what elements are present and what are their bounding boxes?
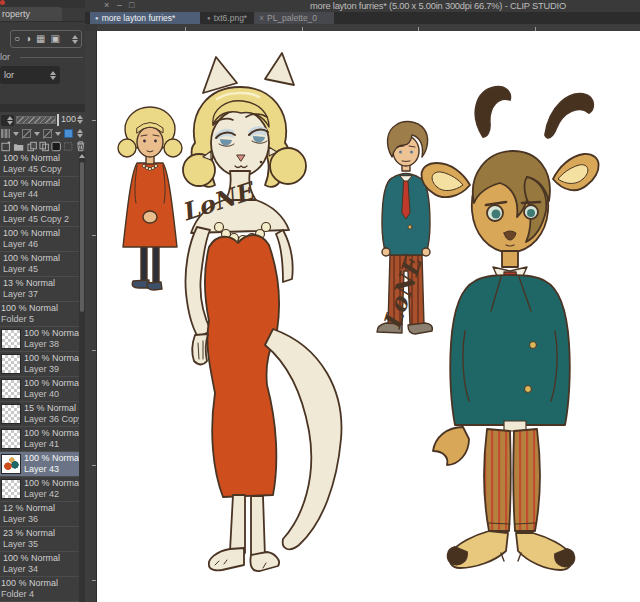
stepper-up-icon[interactable] — [7, 116, 13, 120]
drawing-canvas[interactable]: LoNE — [97, 31, 640, 602]
layer-row[interactable]: 100 % NormalLayer 45 Copy — [0, 152, 85, 177]
layer-thumbnail[interactable] — [1, 479, 21, 499]
circle-icon[interactable]: ○ — [14, 31, 20, 47]
woman-reference-figure — [118, 107, 182, 290]
layer-thumbnail[interactable] — [1, 379, 21, 399]
layer-row[interactable]: 12 % NormalLayer 36 — [0, 502, 85, 527]
layer-opacity-blend: 100 % Normal — [3, 553, 60, 564]
layer-name: Layer 36 — [3, 514, 55, 525]
maximize-icon[interactable]: □ — [129, 0, 134, 11]
layer-row[interactable]: 100 % NormalLayer 45 Copy 2 — [0, 202, 85, 227]
dropdown-stepper[interactable] — [50, 71, 56, 80]
layer-row[interactable]: 100 % NormalFolder 5 — [0, 302, 85, 327]
layer-thumbnail[interactable] — [1, 429, 21, 449]
opacity-slider-handle[interactable] — [57, 114, 59, 126]
merge-layer-icon[interactable] — [63, 141, 73, 152]
layer-row[interactable]: 100 % NormalLayer 41 — [0, 427, 85, 452]
layer-color-icon[interactable] — [64, 129, 73, 138]
panel-tab-divider — [62, 21, 85, 22]
tab-txt6-png[interactable]: ● txt6.png* — [202, 12, 262, 24]
layer-thumbnail[interactable] — [1, 329, 21, 349]
layer-opacity-blend: 15 % Normal — [24, 403, 83, 414]
layer-row[interactable]: 100 % NormalLayer 34 — [0, 552, 85, 577]
app-window: roperty ○ ◑ ▦ ▣ lor lor — [0, 0, 640, 602]
layer-opacity-blend: 100 % Normal — [1, 303, 58, 314]
stepper-down-icon[interactable] — [34, 132, 40, 136]
tab-tool-property[interactable]: roperty — [0, 7, 62, 22]
scrollbar-thumb[interactable] — [80, 162, 84, 312]
stepper-up-icon[interactable] — [50, 71, 56, 75]
layer-row[interactable]: 100 % NormalLayer 38 — [0, 327, 85, 352]
fill-layer-icon[interactable] — [51, 141, 61, 152]
layer-name: Layer 43 — [24, 464, 81, 475]
layer-row[interactable]: 13 % NormalLayer 37 — [0, 277, 85, 302]
stepper-down-icon[interactable] — [72, 40, 78, 44]
layer-row[interactable]: 23 % NormalLayer 35 — [0, 527, 85, 552]
layer-opacity-blend: 100 % Normal — [24, 353, 85, 364]
stepper-down-icon[interactable] — [13, 132, 19, 136]
layer-row[interactable]: 100 % NormalLayer 45 — [0, 252, 85, 277]
opacity-stepper[interactable] — [77, 115, 83, 124]
duplicate-layer-icon[interactable] — [27, 141, 37, 152]
tool-option-stepper[interactable] — [72, 35, 78, 44]
blend-mode-dropdown[interactable] — [1, 115, 14, 126]
layer-name: Folder 4 — [1, 589, 58, 600]
layer-name: Layer 34 — [3, 564, 60, 575]
color-mode-dropdown[interactable]: lor — [0, 66, 60, 84]
section-rule — [20, 57, 83, 58]
color-dropdown-value: lor — [4, 70, 14, 80]
opacity-slider[interactable] — [16, 116, 56, 124]
layer-name: Layer 41 — [24, 439, 81, 450]
antialias-icon[interactable]: ◑ — [25, 31, 31, 47]
stepper-down-icon[interactable] — [55, 132, 61, 136]
stepper-up-icon[interactable] — [77, 129, 83, 133]
stepper-down-icon[interactable] — [50, 76, 56, 80]
delete-layer-trash-icon[interactable] — [76, 140, 85, 152]
layer-opacity-blend: 100 % Normal — [24, 328, 81, 339]
layer-action-row — [1, 140, 85, 152]
layer-row[interactable]: 100 % NormalFolder 4 — [0, 577, 85, 602]
layer-name: Folder 5 — [1, 314, 58, 325]
layer-row[interactable]: 100 % NormalLayer 43 — [0, 452, 85, 477]
stepper-down-icon[interactable] — [77, 120, 83, 124]
modified-dot-icon: ● — [95, 12, 99, 24]
layer-opacity-blend: 23 % Normal — [3, 528, 55, 539]
minimize-icon[interactable]: – — [117, 0, 122, 11]
tab-pl-palette[interactable]: × PL_palette_0 — [254, 12, 334, 24]
transfer-layer-icon[interactable] — [39, 141, 49, 152]
layer-row[interactable]: 100 % NormalLayer 39 — [0, 352, 85, 377]
left-panel: roperty ○ ◑ ▦ ▣ lor lor — [0, 0, 85, 602]
layer-name: Layer 45 Copy — [3, 164, 62, 175]
layer-row[interactable]: 100 % NormalLayer 40 — [0, 377, 85, 402]
stepper-up-icon[interactable] — [72, 35, 78, 39]
opacity-value: 100 — [61, 114, 76, 124]
stepper-up-icon[interactable] — [77, 115, 83, 119]
screentone-icon[interactable]: ▦ — [36, 31, 45, 47]
layer-thumbnail[interactable] — [1, 454, 21, 474]
layer-opacity-blend: 100 % Normal — [3, 228, 60, 239]
layer-opacity-blend: 100 % Normal — [3, 153, 62, 164]
layer-row[interactable]: 100 % NormalLayer 42 — [0, 477, 85, 502]
layer-row[interactable]: 100 % NormalLayer 46 — [0, 227, 85, 252]
layer-thumbnail[interactable] — [1, 354, 21, 374]
layer-toggle-row — [1, 127, 85, 140]
layer-row[interactable]: 15 % NormalLayer 36 Copy — [0, 402, 85, 427]
new-layer-icon[interactable] — [1, 141, 11, 152]
new-folder-icon[interactable] — [13, 141, 24, 152]
stepper-down-icon[interactable] — [77, 134, 83, 138]
layer-stack-icon[interactable]: ▣ — [51, 31, 60, 47]
layer-palette-header: 100 — [0, 112, 85, 152]
layer-opacity-blend: 100 % Normal — [1, 578, 58, 589]
tab-label: PL_palette_0 — [267, 12, 317, 24]
lock-transparent-icon[interactable] — [43, 129, 52, 138]
stepper-down-icon[interactable] — [7, 121, 13, 125]
checker-mask-icon[interactable] — [1, 129, 10, 138]
layer-row[interactable]: 100 % NormalLayer 44 — [0, 177, 85, 202]
panel-divider — [0, 104, 85, 112]
tab-close-icon[interactable]: × — [259, 12, 264, 24]
layer-thumbnail[interactable] — [1, 404, 21, 424]
tab-more-layton-furries[interactable]: ● more layton furries* — [90, 12, 200, 24]
horizontal-ruler — [97, 24, 640, 31]
lock-layer-icon[interactable] — [22, 129, 31, 138]
close-icon[interactable]: × — [104, 0, 109, 11]
